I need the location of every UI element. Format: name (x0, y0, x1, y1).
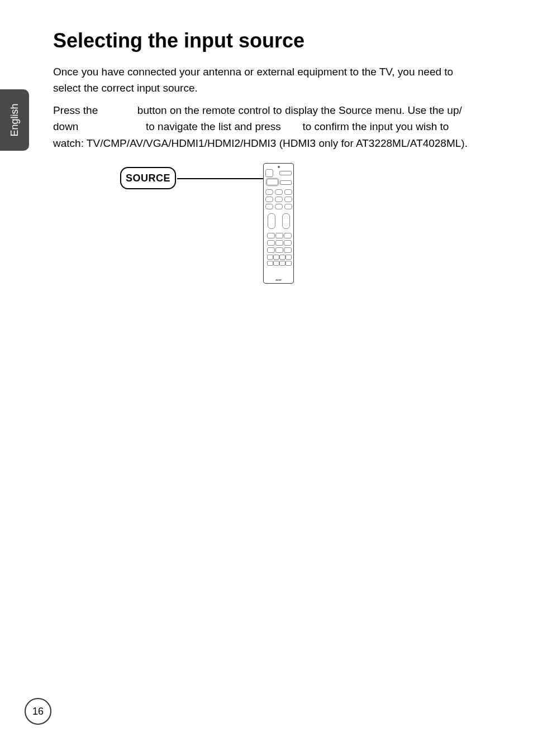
language-tab: English (0, 89, 29, 151)
source-callout-text: SOURCE (126, 173, 170, 184)
page-number-badge: 16 (25, 698, 51, 725)
content-area: Selecting the input source Once you have… (53, 29, 477, 307)
bottom-button-icon (285, 261, 292, 266)
remote-button-icon (275, 233, 283, 238)
remote-pill-icon (275, 197, 283, 202)
page-title: Selecting the input source (53, 29, 477, 52)
remote-button-icon (267, 247, 275, 253)
remote-pill-icon (265, 197, 273, 202)
instruction-paragraph: Press the button on the remote control t… (53, 102, 477, 151)
callout-line (177, 178, 274, 179)
remote-pill-icon (284, 204, 292, 209)
remote-button-icon (284, 247, 292, 253)
remote-led-icon (278, 166, 280, 168)
remote-button-icon (267, 240, 275, 246)
remote-pill-icon (275, 189, 283, 195)
color-button-icon (273, 255, 279, 260)
remote-button-icon (284, 233, 292, 238)
remote-button-icon (275, 247, 283, 253)
remote-pill-icon (265, 204, 273, 209)
remote-pill-icon (265, 189, 273, 195)
remote-pill-icon (275, 204, 283, 209)
source-callout-label: SOURCE (120, 167, 176, 189)
power-button-icon (265, 169, 273, 177)
remote-pill-icon (284, 197, 292, 202)
instr-text-3: to navigate the list and press (143, 121, 284, 132)
intro-paragraph: Once you have connected your antenna or … (53, 64, 477, 97)
color-button-icon (285, 255, 292, 260)
remote-button-icon (267, 233, 275, 238)
remote-button-icon (284, 240, 292, 246)
bottom-button-icon (267, 261, 273, 266)
bottom-button-icon (273, 261, 279, 266)
top-button-icon (279, 171, 292, 175)
language-tab-label: English (9, 103, 21, 136)
top-button2-icon (280, 180, 292, 185)
page-number: 16 (32, 706, 44, 717)
instr-text-1: Press the (53, 104, 101, 116)
remote-control-illustration: acer (263, 163, 294, 284)
remote-button-icon (275, 240, 283, 246)
remote-pill-icon (284, 189, 292, 195)
figure-area: SOURCE (53, 161, 477, 307)
bottom-button-icon (279, 261, 285, 266)
channel-rocker-icon (282, 213, 290, 229)
remote-brand-label: acer (275, 278, 282, 281)
volume-rocker-icon (268, 213, 275, 229)
source-button-highlight-icon (266, 179, 278, 185)
color-button-icon (267, 255, 273, 260)
color-button-icon (279, 255, 285, 260)
